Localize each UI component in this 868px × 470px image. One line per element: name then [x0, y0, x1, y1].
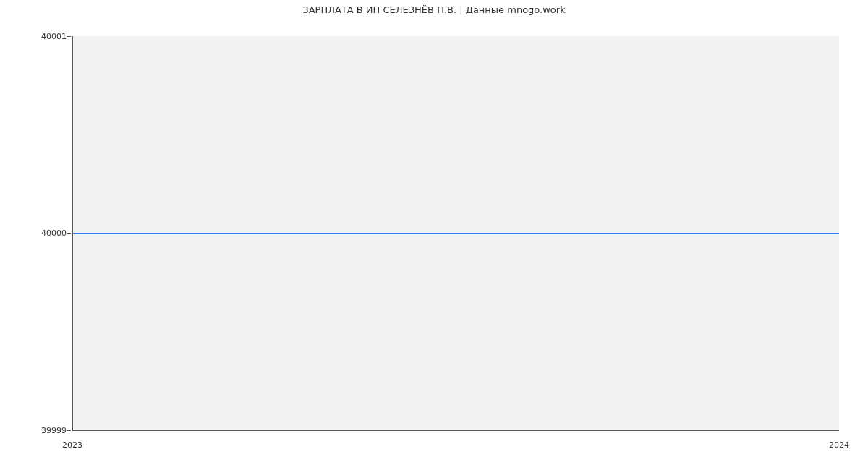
x-tick-label: 2023: [51, 441, 94, 449]
y-tick: [67, 430, 71, 431]
y-tick: [67, 36, 71, 37]
x-axis: [72, 430, 839, 431]
chart-title: ЗАРПЛАТА В ИП СЕЛЕЗНЁВ П.В. | Данные mno…: [0, 4, 868, 15]
x-tick-label: 2024: [817, 441, 861, 449]
y-tick: [67, 233, 71, 234]
y-tick-label: 40000: [9, 229, 67, 237]
y-tick-label: 40001: [9, 33, 67, 40]
y-tick-label: 39999: [9, 427, 67, 435]
chart-container: ЗАРПЛАТА В ИП СЕЛЕЗНЁВ П.В. | Данные mno…: [0, 0, 868, 470]
data-line: [72, 233, 839, 234]
y-axis: [72, 36, 73, 430]
